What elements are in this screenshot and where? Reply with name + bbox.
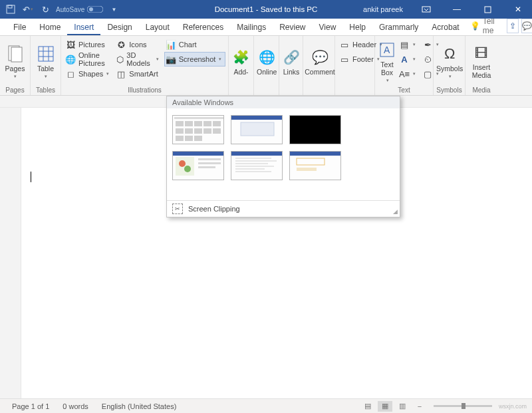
svg-rect-22	[185, 128, 193, 134]
pictures-button[interactable]: 🖼Pictures	[64, 37, 113, 52]
group-label-illustrations: Illustrations	[64, 86, 225, 95]
ribbon: Pages▾ Pages Table▾ Tables 🖼Pictures 🌐On…	[0, 36, 532, 96]
tab-acrobat[interactable]: Acrobat	[425, 20, 466, 35]
icons-button[interactable]: ✪Icons	[114, 37, 162, 52]
autosave-toggle[interactable]: AutoSave	[56, 6, 103, 13]
svg-rect-35	[198, 166, 215, 168]
tab-layout[interactable]: Layout	[139, 20, 176, 35]
tab-insert[interactable]: Insert	[67, 20, 100, 35]
tab-help[interactable]: Help	[342, 20, 372, 35]
online-pictures-icon: 🌐	[65, 54, 76, 65]
clipping-icon: ✂	[172, 204, 183, 214]
smartart-button[interactable]: ◫SmartArt	[114, 67, 162, 81]
svg-rect-18	[194, 121, 202, 126]
web-layout-button[interactable]: ▥	[395, 401, 410, 412]
svg-rect-27	[185, 136, 193, 141]
save-icon[interactable]	[4, 3, 17, 16]
wordart-button[interactable]: A▾	[398, 52, 420, 67]
lightbulb-icon: 💡	[470, 21, 480, 31]
document-area: Available Windows ✂ Screen Clipping ◢	[0, 108, 532, 405]
tab-mailings[interactable]: Mailings	[230, 20, 273, 35]
window-thumb-3[interactable]	[289, 115, 341, 144]
window-thumb-5[interactable]	[231, 151, 283, 180]
group-label-text: Text	[378, 86, 430, 95]
tab-file[interactable]: File	[7, 20, 33, 35]
svg-rect-33	[198, 158, 221, 160]
table-button[interactable]: Table▾	[33, 37, 58, 86]
svg-rect-42	[297, 158, 325, 165]
symbols-button[interactable]: ΩSymbols▾	[436, 37, 463, 86]
addins-icon: 🧩	[232, 48, 251, 67]
zoom-slider[interactable]	[434, 405, 492, 407]
screenshot-button[interactable]: 📷Screenshot▾	[164, 52, 226, 67]
ribbon-options-icon[interactable]	[412, 0, 440, 19]
window-thumb-4[interactable]	[172, 151, 224, 180]
tab-grammarly[interactable]: Grammarly	[372, 20, 425, 35]
svg-rect-17	[185, 121, 193, 126]
addins-button[interactable]: 🧩Add-	[231, 37, 251, 86]
tell-me-search[interactable]: 💡Tell me	[466, 17, 504, 35]
tab-review[interactable]: Review	[273, 20, 312, 35]
tab-design[interactable]: Design	[100, 20, 138, 35]
tab-home[interactable]: Home	[33, 20, 67, 35]
group-text: AText Box▾ ▤▾ A▾ A≡▾ ✒▾ ⏲ ▢▾ Text	[375, 36, 434, 95]
page-indicator[interactable]: Page 1 of 1	[5, 402, 56, 410]
pictures-icon: 🖼	[65, 39, 76, 50]
svg-rect-21	[176, 128, 184, 134]
chart-button[interactable]: 📊Chart	[164, 37, 226, 52]
3d-models-button[interactable]: ⬡3D Models▾	[114, 52, 162, 67]
group-header-footer: ▭Header▾ ▭Footer▾ x	[335, 36, 375, 95]
datetime-icon: ⏲	[422, 54, 433, 65]
chart-icon: 📊	[166, 39, 176, 50]
tab-references[interactable]: References	[176, 20, 230, 35]
read-mode-button[interactable]: ▤	[360, 401, 375, 412]
minimize-button[interactable]: ―	[443, 0, 471, 19]
shapes-icon: ◻	[65, 69, 76, 79]
window-thumb-6[interactable]	[289, 151, 341, 180]
pages-icon	[6, 45, 25, 63]
svg-rect-30	[176, 157, 194, 176]
group-symbols: ΩSymbols▾ Symbols	[434, 36, 466, 95]
tab-view[interactable]: View	[313, 20, 343, 35]
zoom-out-button[interactable]: −	[412, 401, 427, 412]
comments-button[interactable]: 💬	[521, 19, 532, 33]
svg-rect-4	[422, 7, 430, 12]
resize-grip-icon[interactable]: ◢	[393, 208, 398, 215]
comment-button[interactable]: 💬Comment	[306, 37, 334, 86]
svg-text:A: A	[384, 45, 390, 55]
undo-icon[interactable]: ↶▾	[21, 3, 35, 16]
omega-icon: Ω	[440, 45, 459, 63]
user-name[interactable]: ankit pareek	[356, 5, 410, 13]
print-layout-button[interactable]: ▦	[378, 401, 392, 412]
ribbon-tabs: File Home Insert Design Layout Reference…	[0, 19, 532, 36]
word-count[interactable]: 0 words	[56, 402, 95, 410]
redo-icon[interactable]: ↻	[39, 3, 52, 16]
group-media: 🎞Insert Media Media	[466, 36, 497, 95]
insert-media-button[interactable]: 🎞Insert Media	[468, 37, 495, 86]
svg-rect-5	[485, 7, 491, 13]
share-button[interactable]: ⇪	[507, 19, 519, 33]
dropcap-button[interactable]: A≡▾	[398, 67, 420, 81]
close-button[interactable]: ✕	[504, 0, 532, 19]
svg-rect-7	[11, 47, 22, 62]
pages-button[interactable]: Pages▾	[3, 37, 27, 86]
svg-rect-24	[203, 128, 211, 134]
maximize-button[interactable]	[473, 0, 501, 19]
qat-more-icon[interactable]: ▼	[107, 3, 120, 16]
shapes-button[interactable]: ◻Shapes▾	[64, 67, 113, 81]
svg-rect-20	[213, 121, 221, 126]
text-box-button[interactable]: AText Box▾	[378, 37, 396, 86]
online-video-button[interactable]: 🌐Online	[257, 37, 277, 86]
group-label-symbols: Symbols	[436, 86, 462, 95]
window-thumb-1[interactable]	[172, 115, 224, 144]
links-button[interactable]: 🔗Links	[282, 37, 301, 86]
svg-rect-16	[176, 121, 184, 126]
language-indicator[interactable]: English (United States)	[95, 402, 184, 410]
screen-clipping-item[interactable]: ✂ Screen Clipping	[167, 201, 400, 217]
svg-rect-19	[203, 121, 211, 126]
window-thumb-2[interactable]	[231, 115, 283, 144]
quickparts-button[interactable]: ▤▾	[398, 37, 420, 52]
svg-rect-34	[198, 162, 221, 164]
smartart-icon: ◫	[116, 69, 126, 79]
online-pictures-button[interactable]: 🌐Online Pictures	[64, 52, 113, 67]
